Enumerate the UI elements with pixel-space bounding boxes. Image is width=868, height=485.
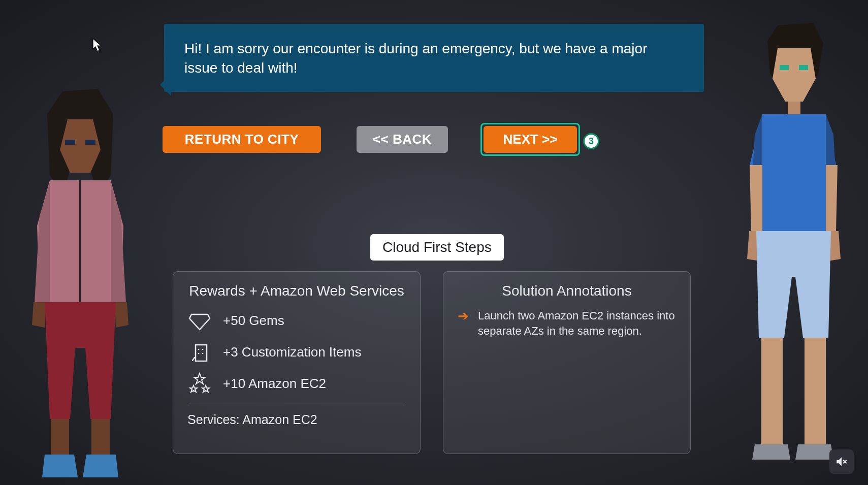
svg-marker-18 (799, 65, 808, 70)
svg-marker-30 (752, 444, 790, 460)
npc-left-svg (14, 63, 146, 485)
dialogue-bubble: Hi! I am sorry our encounter is during a… (164, 24, 704, 92)
reward-row: +10 Amazon EC2 (187, 371, 406, 396)
next-button-wrapper: NEXT >> 3 (484, 126, 577, 153)
svg-marker-8 (32, 302, 46, 328)
annotation-row: ➔ Launch two Amazon EC2 instances into s… (458, 308, 676, 338)
svg-marker-31 (795, 444, 833, 460)
svg-marker-27 (756, 231, 831, 338)
mute-button[interactable] (829, 449, 854, 474)
svg-marker-24 (826, 165, 838, 231)
svg-marker-13 (42, 455, 78, 477)
npc-left-character (14, 63, 146, 485)
return-to-city-button[interactable]: RETURN TO CITY (163, 126, 321, 153)
building-icon (187, 340, 212, 364)
svg-marker-6 (35, 183, 50, 307)
svg-rect-33 (196, 345, 207, 361)
svg-marker-19 (788, 102, 800, 114)
next-button[interactable]: NEXT >> (484, 126, 577, 153)
reward-label: +3 Customization Items (223, 344, 361, 360)
gem-icon (187, 308, 212, 333)
reward-row: +3 Customization Items (187, 340, 406, 364)
svg-marker-12 (91, 419, 110, 455)
svg-marker-5 (79, 180, 81, 302)
svg-marker-17 (780, 65, 789, 70)
dialogue-text: Hi! I am sorry our encounter is during a… (184, 41, 647, 76)
svg-marker-7 (111, 183, 126, 307)
reward-label: +10 Amazon EC2 (223, 376, 326, 392)
reward-label: +50 Gems (223, 313, 284, 329)
divider (187, 405, 406, 405)
svg-marker-14 (83, 455, 118, 477)
back-button[interactable]: << BACK (357, 126, 448, 153)
svg-marker-16 (773, 48, 816, 102)
mouse-cursor-icon (92, 38, 104, 52)
svg-marker-40 (202, 385, 209, 392)
svg-marker-20 (750, 114, 836, 231)
annotations-heading: Solution Annotations (458, 283, 676, 299)
svg-marker-11 (51, 419, 69, 455)
svg-marker-29 (805, 338, 826, 444)
svg-marker-28 (761, 338, 783, 444)
quest-title-chip: Cloud First Steps (370, 234, 504, 261)
dialogue-button-row: RETURN TO CITY << BACK NEXT >> 3 (163, 126, 706, 153)
rewards-heading: Rewards + Amazon Web Services (187, 283, 406, 299)
svg-marker-23 (750, 165, 762, 231)
arrow-right-icon: ➔ (458, 307, 469, 338)
npc-right-svg (727, 13, 859, 485)
svg-marker-2 (65, 140, 75, 145)
rewards-panel: Rewards + Amazon Web Services +50 Gems +… (173, 271, 421, 454)
svg-marker-9 (115, 302, 128, 328)
reward-row: +50 Gems (187, 308, 406, 333)
svg-marker-32 (189, 314, 210, 330)
svg-marker-38 (194, 373, 205, 384)
game-scene: { "dialogue": { "text": "Hi! I am sorry … (0, 0, 868, 485)
svg-marker-3 (85, 140, 95, 145)
info-panels: Rewards + Amazon Web Services +50 Gems +… (173, 271, 691, 454)
svg-marker-39 (190, 385, 197, 392)
npc-right-character (727, 13, 859, 485)
annotations-panel: Solution Annotations ➔ Launch two Amazon… (443, 271, 691, 454)
stars-icon (187, 371, 212, 396)
services-line: Services: Amazon EC2 (187, 412, 406, 427)
svg-marker-10 (45, 302, 116, 419)
annotation-text: Launch two Amazon EC2 instances into sep… (478, 308, 676, 338)
hint-count-badge: 3 (583, 133, 599, 149)
svg-marker-43 (93, 39, 101, 51)
speaker-muted-icon (835, 455, 848, 468)
